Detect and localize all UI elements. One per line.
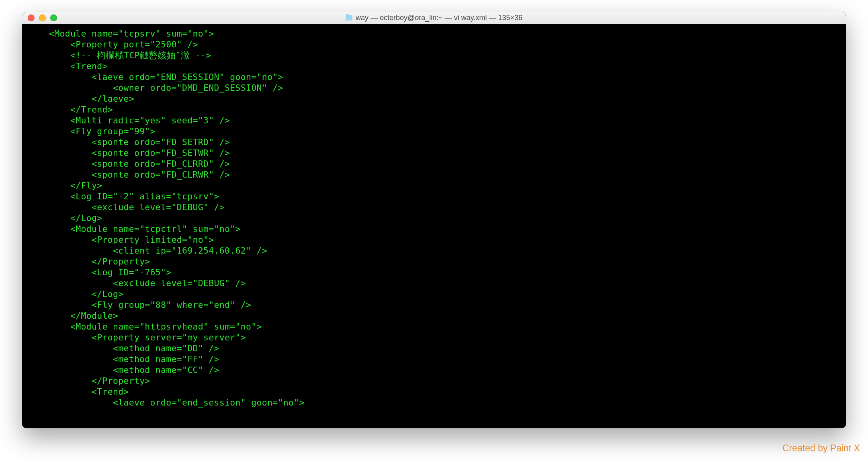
terminal-window: way — octerboy@ora_lin:~ — vi way.xml — … (22, 12, 846, 428)
minimize-icon[interactable] (39, 14, 46, 21)
window-controls (22, 14, 57, 21)
titlebar: way — octerboy@ora_lin:~ — vi way.xml — … (22, 12, 846, 24)
window-title: way — octerboy@ora_lin:~ — vi way.xml — … (22, 14, 846, 22)
terminal-content[interactable]: <Module name="tcpsrv" sum="no"> <Propert… (22, 24, 846, 428)
close-icon[interactable] (28, 14, 35, 21)
folder-icon (346, 15, 352, 20)
window-title-text: way — octerboy@ora_lin:~ — vi way.xml — … (356, 14, 522, 22)
watermark-text: Created by Paint X (782, 443, 860, 454)
zoom-icon[interactable] (50, 14, 57, 21)
